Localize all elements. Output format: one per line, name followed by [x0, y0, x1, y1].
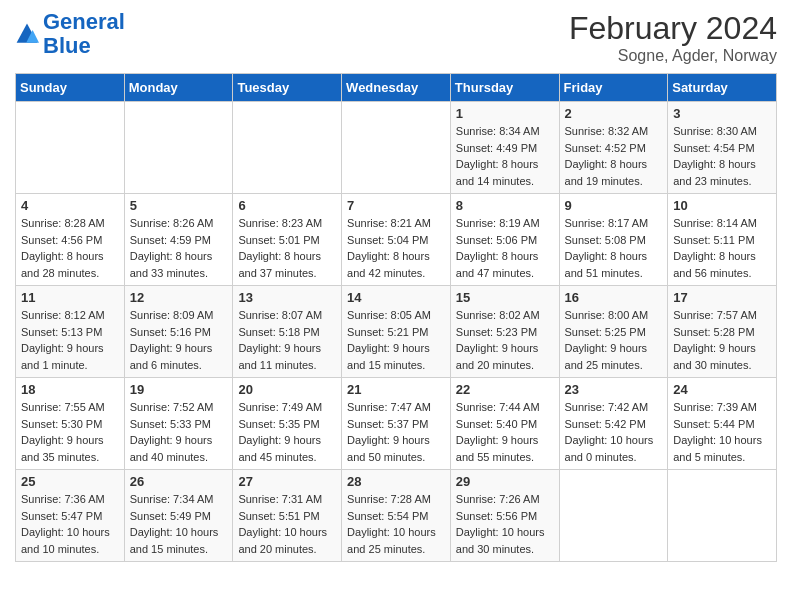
day-detail: Sunrise: 8:28 AMSunset: 4:56 PMDaylight:…: [21, 215, 119, 281]
logo-icon: [15, 22, 39, 46]
title-block: February 2024 Sogne, Agder, Norway: [569, 10, 777, 65]
calendar-cell: 9Sunrise: 8:17 AMSunset: 5:08 PMDaylight…: [559, 194, 668, 286]
calendar-cell: 5Sunrise: 8:26 AMSunset: 4:59 PMDaylight…: [124, 194, 233, 286]
day-number: 5: [130, 198, 228, 213]
calendar-cell: 23Sunrise: 7:42 AMSunset: 5:42 PMDayligh…: [559, 378, 668, 470]
day-detail: Sunrise: 7:44 AMSunset: 5:40 PMDaylight:…: [456, 399, 554, 465]
calendar-cell: 2Sunrise: 8:32 AMSunset: 4:52 PMDaylight…: [559, 102, 668, 194]
calendar-cell: 26Sunrise: 7:34 AMSunset: 5:49 PMDayligh…: [124, 470, 233, 562]
weekday-header-row: SundayMondayTuesdayWednesdayThursdayFrid…: [16, 74, 777, 102]
calendar-week-row: 4Sunrise: 8:28 AMSunset: 4:56 PMDaylight…: [16, 194, 777, 286]
calendar-cell: 4Sunrise: 8:28 AMSunset: 4:56 PMDaylight…: [16, 194, 125, 286]
calendar-cell: 27Sunrise: 7:31 AMSunset: 5:51 PMDayligh…: [233, 470, 342, 562]
calendar-cell: [342, 102, 451, 194]
calendar-cell: 10Sunrise: 8:14 AMSunset: 5:11 PMDayligh…: [668, 194, 777, 286]
day-number: 6: [238, 198, 336, 213]
weekday-header: Saturday: [668, 74, 777, 102]
day-detail: Sunrise: 8:26 AMSunset: 4:59 PMDaylight:…: [130, 215, 228, 281]
page-header: General Blue February 2024 Sogne, Agder,…: [15, 10, 777, 65]
day-number: 26: [130, 474, 228, 489]
calendar-cell: 29Sunrise: 7:26 AMSunset: 5:56 PMDayligh…: [450, 470, 559, 562]
day-detail: Sunrise: 7:55 AMSunset: 5:30 PMDaylight:…: [21, 399, 119, 465]
day-number: 12: [130, 290, 228, 305]
weekday-header: Monday: [124, 74, 233, 102]
day-number: 3: [673, 106, 771, 121]
calendar-cell: [668, 470, 777, 562]
calendar-cell: 25Sunrise: 7:36 AMSunset: 5:47 PMDayligh…: [16, 470, 125, 562]
calendar-subtitle: Sogne, Agder, Norway: [569, 47, 777, 65]
day-detail: Sunrise: 7:36 AMSunset: 5:47 PMDaylight:…: [21, 491, 119, 557]
calendar-cell: 12Sunrise: 8:09 AMSunset: 5:16 PMDayligh…: [124, 286, 233, 378]
day-detail: Sunrise: 8:17 AMSunset: 5:08 PMDaylight:…: [565, 215, 663, 281]
day-number: 23: [565, 382, 663, 397]
day-detail: Sunrise: 8:05 AMSunset: 5:21 PMDaylight:…: [347, 307, 445, 373]
calendar-cell: 24Sunrise: 7:39 AMSunset: 5:44 PMDayligh…: [668, 378, 777, 470]
day-detail: Sunrise: 7:31 AMSunset: 5:51 PMDaylight:…: [238, 491, 336, 557]
calendar-cell: 17Sunrise: 7:57 AMSunset: 5:28 PMDayligh…: [668, 286, 777, 378]
day-number: 9: [565, 198, 663, 213]
calendar-week-row: 25Sunrise: 7:36 AMSunset: 5:47 PMDayligh…: [16, 470, 777, 562]
calendar-cell: 13Sunrise: 8:07 AMSunset: 5:18 PMDayligh…: [233, 286, 342, 378]
day-detail: Sunrise: 8:34 AMSunset: 4:49 PMDaylight:…: [456, 123, 554, 189]
calendar-cell: 20Sunrise: 7:49 AMSunset: 5:35 PMDayligh…: [233, 378, 342, 470]
day-detail: Sunrise: 8:00 AMSunset: 5:25 PMDaylight:…: [565, 307, 663, 373]
calendar-cell: 16Sunrise: 8:00 AMSunset: 5:25 PMDayligh…: [559, 286, 668, 378]
day-number: 7: [347, 198, 445, 213]
calendar-cell: 11Sunrise: 8:12 AMSunset: 5:13 PMDayligh…: [16, 286, 125, 378]
calendar-table: SundayMondayTuesdayWednesdayThursdayFrid…: [15, 73, 777, 562]
weekday-header: Wednesday: [342, 74, 451, 102]
day-number: 14: [347, 290, 445, 305]
weekday-header: Friday: [559, 74, 668, 102]
day-number: 16: [565, 290, 663, 305]
day-number: 20: [238, 382, 336, 397]
weekday-header: Thursday: [450, 74, 559, 102]
day-detail: Sunrise: 7:39 AMSunset: 5:44 PMDaylight:…: [673, 399, 771, 465]
day-detail: Sunrise: 8:14 AMSunset: 5:11 PMDaylight:…: [673, 215, 771, 281]
calendar-cell: 19Sunrise: 7:52 AMSunset: 5:33 PMDayligh…: [124, 378, 233, 470]
day-detail: Sunrise: 8:32 AMSunset: 4:52 PMDaylight:…: [565, 123, 663, 189]
day-number: 2: [565, 106, 663, 121]
calendar-cell: 14Sunrise: 8:05 AMSunset: 5:21 PMDayligh…: [342, 286, 451, 378]
day-detail: Sunrise: 8:19 AMSunset: 5:06 PMDaylight:…: [456, 215, 554, 281]
calendar-cell: 15Sunrise: 8:02 AMSunset: 5:23 PMDayligh…: [450, 286, 559, 378]
calendar-cell: 7Sunrise: 8:21 AMSunset: 5:04 PMDaylight…: [342, 194, 451, 286]
logo-general: General: [43, 9, 125, 34]
calendar-cell: 22Sunrise: 7:44 AMSunset: 5:40 PMDayligh…: [450, 378, 559, 470]
day-detail: Sunrise: 8:07 AMSunset: 5:18 PMDaylight:…: [238, 307, 336, 373]
calendar-week-row: 1Sunrise: 8:34 AMSunset: 4:49 PMDaylight…: [16, 102, 777, 194]
day-number: 4: [21, 198, 119, 213]
calendar-cell: 1Sunrise: 8:34 AMSunset: 4:49 PMDaylight…: [450, 102, 559, 194]
day-number: 21: [347, 382, 445, 397]
calendar-cell: 18Sunrise: 7:55 AMSunset: 5:30 PMDayligh…: [16, 378, 125, 470]
logo-blue: Blue: [43, 33, 91, 58]
calendar-cell: [559, 470, 668, 562]
calendar-week-row: 18Sunrise: 7:55 AMSunset: 5:30 PMDayligh…: [16, 378, 777, 470]
day-detail: Sunrise: 7:52 AMSunset: 5:33 PMDaylight:…: [130, 399, 228, 465]
calendar-cell: 8Sunrise: 8:19 AMSunset: 5:06 PMDaylight…: [450, 194, 559, 286]
day-number: 29: [456, 474, 554, 489]
day-detail: Sunrise: 7:34 AMSunset: 5:49 PMDaylight:…: [130, 491, 228, 557]
day-number: 15: [456, 290, 554, 305]
day-detail: Sunrise: 7:42 AMSunset: 5:42 PMDaylight:…: [565, 399, 663, 465]
day-detail: Sunrise: 7:57 AMSunset: 5:28 PMDaylight:…: [673, 307, 771, 373]
calendar-cell: 3Sunrise: 8:30 AMSunset: 4:54 PMDaylight…: [668, 102, 777, 194]
weekday-header: Sunday: [16, 74, 125, 102]
day-detail: Sunrise: 8:02 AMSunset: 5:23 PMDaylight:…: [456, 307, 554, 373]
calendar-cell: [16, 102, 125, 194]
day-number: 10: [673, 198, 771, 213]
day-detail: Sunrise: 8:12 AMSunset: 5:13 PMDaylight:…: [21, 307, 119, 373]
day-number: 18: [21, 382, 119, 397]
calendar-title: February 2024: [569, 10, 777, 47]
day-number: 17: [673, 290, 771, 305]
day-detail: Sunrise: 7:49 AMSunset: 5:35 PMDaylight:…: [238, 399, 336, 465]
day-detail: Sunrise: 8:23 AMSunset: 5:01 PMDaylight:…: [238, 215, 336, 281]
day-number: 22: [456, 382, 554, 397]
weekday-header: Tuesday: [233, 74, 342, 102]
calendar-cell: 6Sunrise: 8:23 AMSunset: 5:01 PMDaylight…: [233, 194, 342, 286]
day-number: 28: [347, 474, 445, 489]
day-detail: Sunrise: 8:21 AMSunset: 5:04 PMDaylight:…: [347, 215, 445, 281]
calendar-cell: [233, 102, 342, 194]
day-number: 27: [238, 474, 336, 489]
day-number: 1: [456, 106, 554, 121]
calendar-cell: 28Sunrise: 7:28 AMSunset: 5:54 PMDayligh…: [342, 470, 451, 562]
